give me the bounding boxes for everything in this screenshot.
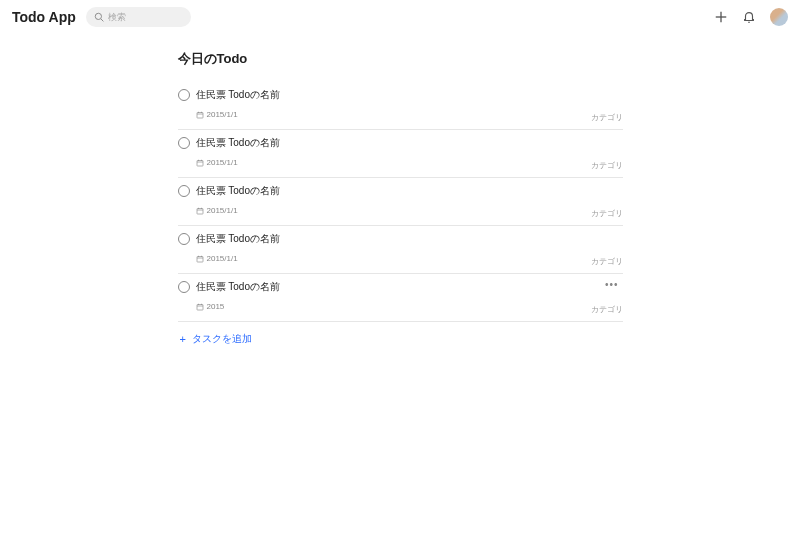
calendar-icon [196, 249, 204, 267]
add-task-label: タスクを追加 [192, 332, 252, 346]
todo-item[interactable]: 住民票 Todoの名前2015カテゴリ••• [178, 274, 623, 322]
app-title: Todo App [12, 9, 76, 25]
svg-rect-17 [197, 257, 203, 263]
todo-date: 2015/1/1 [207, 110, 238, 119]
todo-category: カテゴリ [591, 112, 623, 123]
main: 今日のTodo 住民票 Todoの名前2015/1/1カテゴリ住民票 Todoの… [178, 50, 623, 346]
todo-date: 2015/1/1 [207, 206, 238, 215]
todo-category: カテゴリ [591, 256, 623, 267]
add-icon[interactable] [714, 10, 728, 24]
todo-date: 2015/1/1 [207, 158, 238, 167]
checkbox[interactable] [178, 89, 190, 101]
todo-item[interactable]: 住民票 Todoの名前2015/1/1カテゴリ [178, 178, 623, 226]
calendar-icon [196, 297, 204, 315]
todo-category: カテゴリ [591, 160, 623, 171]
search-box[interactable] [86, 7, 191, 27]
add-task-button[interactable]: + タスクを追加 [178, 332, 623, 346]
search-icon [94, 8, 104, 26]
todo-title: 住民票 Todoの名前 [196, 232, 280, 246]
todo-item[interactable]: 住民票 Todoの名前2015/1/1カテゴリ [178, 130, 623, 178]
todo-title: 住民票 Todoの名前 [196, 184, 280, 198]
svg-rect-5 [197, 113, 203, 119]
checkbox[interactable] [178, 137, 190, 149]
bell-icon[interactable] [742, 10, 756, 24]
calendar-icon [196, 201, 204, 219]
plus-icon: + [180, 334, 186, 345]
todo-title: 住民票 Todoの名前 [196, 136, 280, 150]
todo-category: カテゴリ [591, 304, 623, 315]
topbar: Todo App [0, 2, 800, 32]
checkbox[interactable] [178, 281, 190, 293]
svg-point-0 [95, 13, 101, 19]
todo-date: 2015 [207, 302, 225, 311]
svg-rect-13 [197, 209, 203, 215]
search-input[interactable] [108, 12, 178, 22]
svg-rect-9 [197, 161, 203, 167]
checkbox[interactable] [178, 185, 190, 197]
todo-item[interactable]: 住民票 Todoの名前2015/1/1カテゴリ [178, 226, 623, 274]
svg-rect-21 [197, 305, 203, 311]
todo-list: 住民票 Todoの名前2015/1/1カテゴリ住民票 Todoの名前2015/1… [178, 82, 623, 322]
calendar-icon [196, 105, 204, 123]
todo-title: 住民票 Todoの名前 [196, 280, 280, 294]
page-title: 今日のTodo [178, 50, 623, 68]
checkbox[interactable] [178, 233, 190, 245]
svg-line-1 [101, 19, 104, 22]
todo-category: カテゴリ [591, 208, 623, 219]
todo-item[interactable]: 住民票 Todoの名前2015/1/1カテゴリ [178, 82, 623, 130]
todo-title: 住民票 Todoの名前 [196, 88, 280, 102]
more-icon[interactable]: ••• [603, 280, 621, 290]
todo-date: 2015/1/1 [207, 254, 238, 263]
calendar-icon [196, 153, 204, 171]
avatar[interactable] [770, 8, 788, 26]
